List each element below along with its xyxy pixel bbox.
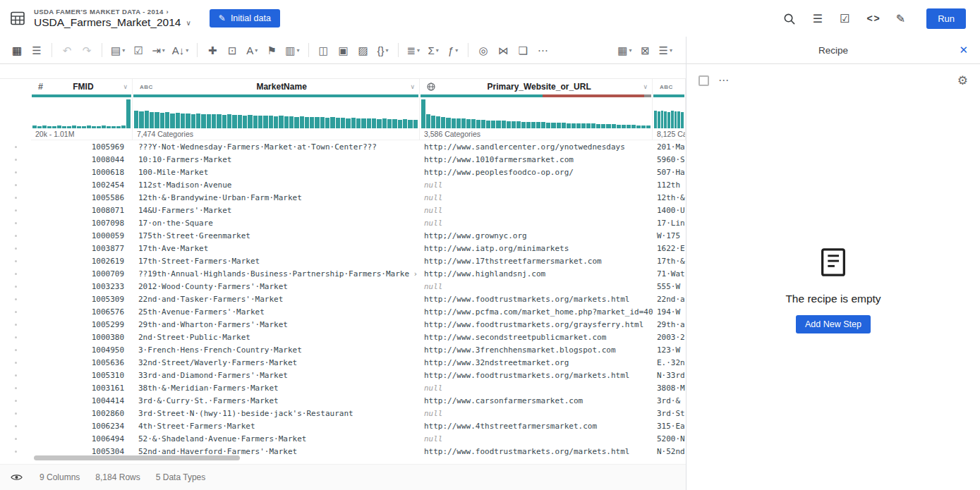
histogram-bar[interactable] xyxy=(408,120,412,128)
histogram-bar[interactable] xyxy=(186,114,190,128)
cell-extra[interactable]: N·52nd xyxy=(653,447,686,456)
histogram-bar[interactable] xyxy=(227,114,231,128)
histogram-bar[interactable] xyxy=(431,116,435,128)
cell-fmid[interactable]: 1006494 xyxy=(31,434,133,443)
cell-extra[interactable]: 112th xyxy=(653,180,686,190)
cell-fmid[interactable]: 1005299 xyxy=(31,320,133,329)
cell-extra[interactable]: 17·Lin xyxy=(653,219,686,228)
search-icon[interactable] xyxy=(782,12,796,25)
function-button[interactable]: ƒ▾ xyxy=(444,41,461,59)
table-row[interactable]: 10028603rd·Street·N·(hwy·11)·beside·jack… xyxy=(0,407,686,419)
cell-marketname[interactable]: 175th·Street·Greenmarket xyxy=(133,231,420,240)
cell-marketname[interactable]: 112st·Madison·Avenue xyxy=(133,180,420,190)
histogram-bar[interactable] xyxy=(222,115,226,128)
histogram-bar[interactable] xyxy=(361,118,365,128)
histogram-bar[interactable] xyxy=(502,121,506,128)
histogram-bar[interactable] xyxy=(207,114,211,129)
manage-columns-button[interactable]: ▤▾ xyxy=(109,41,127,59)
column-menu-chevron-icon[interactable]: ∨ xyxy=(410,83,415,90)
row-handle[interactable] xyxy=(0,146,31,148)
cell-url[interactable]: null xyxy=(420,193,653,202)
cell-fmid[interactable]: 1004414 xyxy=(31,396,133,405)
histogram-bar[interactable] xyxy=(382,118,387,128)
cell-url[interactable]: http://www.sandlercenter.org/ynotwednesd… xyxy=(420,142,653,152)
histogram-bar[interactable] xyxy=(269,116,273,128)
histogram-bar[interactable] xyxy=(300,116,304,128)
undo-button[interactable]: ↶ xyxy=(59,41,75,59)
cell-extra[interactable]: 29th·a xyxy=(653,320,686,329)
histogram-bar[interactable] xyxy=(320,117,325,128)
cell-extra[interactable]: E.·32n xyxy=(653,358,686,367)
cell-extra[interactable]: 315·Ea xyxy=(653,422,686,431)
histogram-bar[interactable] xyxy=(243,116,247,128)
cell-marketname[interactable]: 32nd·Street/Waverly·Farmers·Market xyxy=(133,358,420,367)
row-handle[interactable] xyxy=(0,298,31,300)
row-handle[interactable] xyxy=(0,171,31,173)
column-settings-button[interactable]: ☰▾ xyxy=(657,41,674,59)
cell-marketname[interactable]: ??19th·Annual·Highlands·Business·Partner… xyxy=(133,269,420,278)
table-ops-button[interactable]: ▥▾ xyxy=(283,41,301,59)
histogram-bar[interactable] xyxy=(677,111,680,128)
histogram-bar[interactable] xyxy=(284,116,289,128)
histogram-bar[interactable] xyxy=(516,121,521,128)
split-column-button[interactable]: ◫ xyxy=(315,41,332,59)
cell-marketname[interactable]: 22nd·and·Tasker·Farmers'·Market xyxy=(133,295,420,304)
cell-marketname[interactable]: 3rd·Street·N·(hwy·11)·beside·jack's·Rest… xyxy=(133,409,420,418)
table-row[interactable]: 1000618100-Mile·Markethttp://www.peoples… xyxy=(0,166,686,178)
table-row[interactable]: 100558612th·&·Brandywine·Urban·Farm·Mark… xyxy=(0,191,686,204)
gear-icon[interactable]: ⚙ xyxy=(957,73,968,88)
row-handle[interactable] xyxy=(0,425,31,427)
cell-extra[interactable]: 123·W xyxy=(653,345,686,355)
row-handle[interactable] xyxy=(0,260,31,262)
histogram-bar[interactable] xyxy=(315,117,319,128)
cell-extra[interactable]: 2003·2 xyxy=(653,333,686,342)
table-row[interactable]: 100529929th·and·Wharton·Farmers'·Marketh… xyxy=(0,318,686,331)
validate-button[interactable]: ☑ xyxy=(130,41,147,59)
histogram-bar[interactable] xyxy=(413,120,418,128)
histogram-bar[interactable] xyxy=(567,123,571,128)
cell-fmid[interactable]: 1005969 xyxy=(31,142,133,152)
histogram-bar[interactable] xyxy=(667,112,670,128)
cell-fmid[interactable]: 1000380 xyxy=(31,333,133,342)
histogram-bar[interactable] xyxy=(496,121,500,128)
cell-extra[interactable]: 3808·M xyxy=(653,384,686,393)
profile-button[interactable]: ◎ xyxy=(475,41,492,59)
cell-marketname[interactable]: 52nd·and·Haverford·Farmers'·Market xyxy=(133,447,420,456)
cell-marketname[interactable]: 33rd·and·Diamond·Farmers'·Market xyxy=(133,371,420,380)
extract-column-button[interactable]: ▨ xyxy=(355,41,372,59)
cell-url[interactable]: http://www.pcfma.com/market_home.php?mar… xyxy=(420,307,653,317)
redo-button[interactable]: ↷ xyxy=(78,41,95,59)
histogram-bar[interactable] xyxy=(346,118,350,128)
cell-url[interactable]: null xyxy=(420,219,653,228)
cell-extra[interactable]: N·33rd xyxy=(653,371,686,380)
histogram-bar[interactable] xyxy=(351,118,356,128)
histogram-bar[interactable] xyxy=(160,113,164,128)
histogram-bar[interactable] xyxy=(134,111,138,128)
cell-extra[interactable]: 555·W xyxy=(653,282,686,291)
histogram-bar[interactable] xyxy=(145,111,149,128)
histogram-bar[interactable] xyxy=(377,119,381,128)
row-handle[interactable] xyxy=(0,362,31,364)
aggregate-button[interactable]: Σ▾ xyxy=(425,41,442,59)
column-histogram[interactable] xyxy=(31,97,132,128)
cell-url[interactable]: null xyxy=(420,180,653,190)
cell-fmid[interactable]: 1004950 xyxy=(31,345,133,355)
row-handle[interactable] xyxy=(0,184,31,186)
cell-extra[interactable]: 201·Ma xyxy=(653,142,686,152)
histogram-bar[interactable] xyxy=(654,111,657,128)
cell-extra[interactable]: 1622·E xyxy=(653,244,686,253)
cell-url[interactable]: http://www.foodtrustmarkets.org/graysfer… xyxy=(420,320,653,329)
table-row[interactable]: 1000709??19th·Annual·Highlands·Business·… xyxy=(0,267,686,280)
histogram-bar[interactable] xyxy=(546,123,550,128)
column-header[interactable]: ABCMarketName∨ xyxy=(133,79,419,94)
histogram-bar[interactable] xyxy=(181,114,185,128)
column-view-button[interactable]: ☰ xyxy=(28,41,45,59)
column-menu-chevron-icon[interactable]: ∨ xyxy=(123,83,128,90)
cell-url[interactable]: http://www.foodtrustmarkets.org/markets.… xyxy=(420,371,653,380)
histogram-bar[interactable] xyxy=(681,112,684,128)
histogram-bar[interactable] xyxy=(325,118,329,128)
histogram-bar[interactable] xyxy=(512,121,516,128)
cell-marketname[interactable]: 17th·Ave·Market xyxy=(133,244,420,253)
histogram-bar[interactable] xyxy=(658,111,660,128)
cell-url[interactable]: http://www.secondstreetpublicmarket.com xyxy=(420,333,653,342)
